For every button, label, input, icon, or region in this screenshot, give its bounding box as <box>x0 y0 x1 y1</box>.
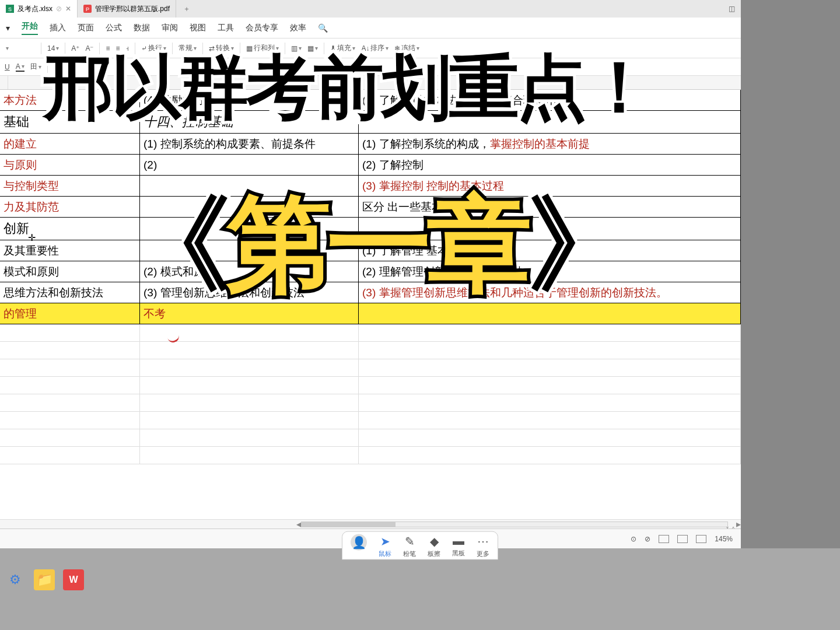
cell[interactable]: 与原则 <box>0 155 140 175</box>
menu-start[interactable]: 开始 <box>22 21 38 35</box>
scroll-thumb[interactable] <box>302 522 396 527</box>
cell[interactable] <box>359 377 741 394</box>
cell[interactable] <box>359 342 741 359</box>
eraser-icon: ◆ <box>430 534 439 548</box>
pdf-icon: P <box>83 5 92 13</box>
cell[interactable]: 的管理 <box>0 303 140 324</box>
cell[interactable] <box>0 412 140 429</box>
menu-formula[interactable]: 公式 <box>106 23 122 33</box>
new-tab-button[interactable]: ＋ <box>176 4 197 14</box>
xlsx-icon: S <box>6 5 14 13</box>
dock-eraser[interactable]: ◆板擦 <box>428 534 440 558</box>
svg-text:S: S <box>8 6 12 12</box>
cell[interactable]: (2) 了解控制 <box>359 155 741 175</box>
cell[interactable]: 及其重要性 <box>0 240 140 261</box>
dock-more[interactable]: ⋯更多 <box>477 534 489 558</box>
cell[interactable] <box>140 324 359 341</box>
status-icon[interactable]: ⊙ <box>631 535 636 543</box>
cell[interactable] <box>0 394 140 411</box>
cell[interactable] <box>0 377 140 394</box>
dock-board[interactable]: ▬黑板 <box>452 534 465 558</box>
settings-icon[interactable]: ⚙ <box>5 569 26 590</box>
tab-label: 管理学邢以群第五版.pdf <box>95 4 170 14</box>
cell[interactable]: 创新 <box>0 218 140 240</box>
cell[interactable] <box>0 324 140 341</box>
cell[interactable]: 模式和原则 <box>0 261 140 282</box>
cell[interactable] <box>359 359 741 376</box>
wps-icon[interactable]: W <box>63 569 84 590</box>
view-split-icon[interactable] <box>696 535 706 543</box>
avatar-icon: 👤 <box>351 534 367 551</box>
cell[interactable] <box>140 359 359 376</box>
menu-page[interactable]: 页面 <box>78 23 94 33</box>
dock-mouse[interactable]: ➤鼠标 <box>379 534 391 558</box>
cell[interactable]: (1) 控制系统的构成要素、前提条件 <box>140 134 359 154</box>
border-icon[interactable]: 田 <box>30 62 41 72</box>
cursor-icon: ➤ <box>380 534 390 548</box>
cell-cursor-icon: ✛ <box>28 232 36 243</box>
cell[interactable] <box>0 447 140 464</box>
cell[interactable]: 力及其防范 <box>0 197 140 217</box>
tab-pdf[interactable]: P 管理学邢以群第五版.pdf <box>78 0 176 18</box>
more-icon: ⋯ <box>477 534 489 548</box>
status-icon[interactable]: ⊘ <box>645 535 650 543</box>
view-normal-icon[interactable] <box>659 535 669 543</box>
overlay-chapter: 《第一章》 <box>126 175 628 316</box>
tab-pin-icon[interactable]: ⊘ <box>56 5 62 13</box>
zoom-level[interactable]: 145% <box>715 535 733 543</box>
menu-efficiency[interactable]: 效率 <box>290 23 306 33</box>
cell[interactable] <box>0 429 140 446</box>
pencil-icon: ✎ <box>405 534 415 548</box>
cell[interactable] <box>0 359 140 376</box>
menu-bar: ▾ 开始 插入 页面 公式 数据 审阅 视图 工具 会员专享 效率 🔍 <box>0 18 741 38</box>
annotation-dock: 👤 ➤鼠标 ✎粉笔 ◆板擦 ▬黑板 ⋯更多 <box>342 531 498 560</box>
cell[interactable]: (2) <box>140 155 359 175</box>
layout-icon[interactable]: ◫ <box>729 5 735 13</box>
scroll-track[interactable] <box>301 522 728 527</box>
underline-icon[interactable]: U <box>5 63 10 71</box>
cell[interactable] <box>140 412 359 429</box>
cell[interactable] <box>140 429 359 446</box>
chevron-down-icon[interactable]: ˅ <box>726 526 729 534</box>
cell[interactable]: 思维方法和创新技法 <box>0 282 140 303</box>
cell[interactable] <box>140 394 359 411</box>
dock-avatar[interactable]: 👤 <box>351 534 367 558</box>
cell[interactable] <box>0 342 140 359</box>
font-color-icon[interactable]: A <box>16 62 24 72</box>
overlay-title: 邢以群考前划重点！ <box>43 41 652 136</box>
menu-insert[interactable]: 插入 <box>50 23 66 33</box>
font-family-dropdown[interactable] <box>6 45 35 51</box>
cell[interactable] <box>359 394 741 411</box>
menu-tools[interactable]: 工具 <box>218 23 234 33</box>
menu-review[interactable]: 审阅 <box>162 23 178 33</box>
cell[interactable] <box>140 342 359 359</box>
cell[interactable] <box>140 447 359 464</box>
explorer-icon[interactable]: 📁 <box>34 569 55 590</box>
close-icon[interactable]: ✕ <box>65 5 71 13</box>
cell[interactable] <box>359 447 741 464</box>
view-page-icon[interactable] <box>677 535 688 543</box>
cell[interactable] <box>140 377 359 394</box>
tab-bar: S 及考点.xlsx ⊘ ✕ P 管理学邢以群第五版.pdf ＋ ◫ <box>0 0 741 18</box>
dock-chalk[interactable]: ✎粉笔 <box>403 534 416 558</box>
cell[interactable]: 的建立 <box>0 134 140 154</box>
svg-text:P: P <box>86 6 89 12</box>
horizontal-scrollbar[interactable]: ◂ ▸ <box>0 519 741 528</box>
menu-member[interactable]: 会员专享 <box>246 23 278 33</box>
cell[interactable]: 与控制类型 <box>0 176 140 196</box>
search-icon[interactable]: 🔍 <box>318 23 328 33</box>
cell[interactable] <box>359 429 741 446</box>
cell[interactable]: (1) 了解控制系统的构成，掌握控制的基本前提 <box>359 134 741 154</box>
menu-dropdown-icon[interactable]: ▾ <box>6 23 10 33</box>
tab-xlsx[interactable]: S 及考点.xlsx ⊘ ✕ <box>0 0 78 18</box>
cell[interactable] <box>359 412 741 429</box>
menu-data[interactable]: 数据 <box>134 23 150 33</box>
chevron-up-icon[interactable]: ˄ <box>732 526 735 534</box>
tab-label: 及考点.xlsx <box>18 4 52 14</box>
cell[interactable] <box>359 324 741 341</box>
taskbar: ⚙ 📁 W <box>5 569 84 590</box>
board-icon: ▬ <box>453 534 464 548</box>
menu-view[interactable]: 视图 <box>190 23 206 33</box>
